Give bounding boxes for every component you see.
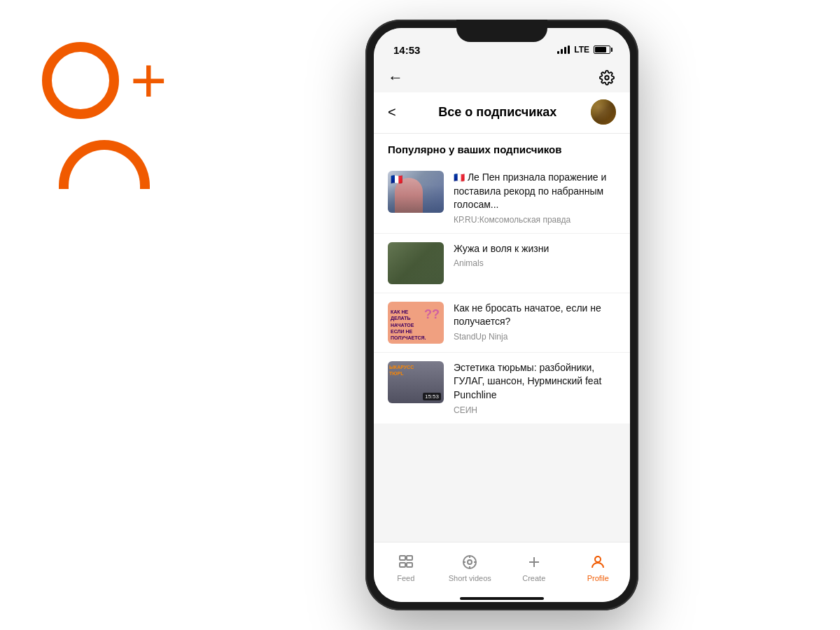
svg-rect-2 xyxy=(407,556,412,560)
back-button[interactable]: ← xyxy=(388,69,403,87)
item-info-1: 🇫🇷 Ле Пен признала поражение и поставила… xyxy=(454,171,616,225)
status-icons: LTE xyxy=(557,45,610,55)
nav-item-profile[interactable]: Profile xyxy=(566,553,631,582)
thumbnail-3: КАК НЕДЕЛАТЬНАЧАТОЕЕСЛИ НЕПОЛУЧАЕТСЯ. xyxy=(388,302,444,344)
page-header: < Все о подписчиках xyxy=(374,92,630,134)
list-item[interactable]: КАК НЕДЕЛАТЬНАЧАТОЕЕСЛИ НЕПОЛУЧАЕТСЯ. Ка… xyxy=(374,293,630,353)
item-info-2: Жужа и воля к жизни Animals xyxy=(454,242,616,269)
logo-top: + xyxy=(42,42,167,119)
profile-icon xyxy=(589,553,607,571)
svg-point-0 xyxy=(605,76,609,80)
section-title: Популярно у ваших подписчиков xyxy=(374,134,630,162)
duration-badge: 15:53 xyxy=(423,393,441,400)
background-logo: + xyxy=(42,42,167,189)
nav-item-create[interactable]: Create xyxy=(502,553,566,582)
phone-frame: 14:53 LTE ← xyxy=(365,20,638,610)
top-navigation: ← xyxy=(374,63,630,92)
content-list: 🇫🇷 Ле Пен признала поражение и поставила… xyxy=(374,162,630,424)
signal-bars-icon xyxy=(557,46,570,54)
feed-icon xyxy=(397,553,415,571)
svg-point-6 xyxy=(468,560,472,564)
status-time: 14:53 xyxy=(393,44,420,56)
thumbnail-2 xyxy=(388,242,444,284)
item-title-4: Эстетика тюрьмы: разбойники, ГУЛАГ, шанс… xyxy=(454,361,616,402)
svg-rect-4 xyxy=(407,563,412,567)
short-videos-label: Short videos xyxy=(449,574,491,582)
thumbnail-4: ЫКАРУССТЮРL 15:53 xyxy=(388,361,444,403)
item-source-3: StandUp Ninja xyxy=(454,332,616,342)
item-title-3: Как не бросать начатое, если не получает… xyxy=(454,302,616,329)
nav-item-short-videos[interactable]: Short videos xyxy=(438,553,503,582)
create-icon xyxy=(525,553,543,571)
phone-mockup: 14:53 LTE ← xyxy=(365,20,638,610)
logo-plus-icon: + xyxy=(130,49,167,112)
create-label: Create xyxy=(522,574,545,582)
battery-icon xyxy=(594,46,610,54)
item-source-1: КР.RU:Комсомольская правда xyxy=(454,215,616,225)
thumbnail-1 xyxy=(388,171,444,213)
lte-label: LTE xyxy=(574,45,589,55)
logo-circle xyxy=(42,42,119,119)
short-videos-icon xyxy=(461,553,479,571)
list-item[interactable]: ЫКАРУССТЮРL 15:53 Эстетика тюрьмы: разбо… xyxy=(374,353,630,424)
screen-content: < Все о подписчиках Популярно у ваших по… xyxy=(374,92,630,542)
logo-person-icon xyxy=(59,140,150,189)
feed-label: Feed xyxy=(397,574,414,582)
list-item[interactable]: 🇫🇷 Ле Пен признала поражение и поставила… xyxy=(374,162,630,234)
phone-screen: 14:53 LTE ← xyxy=(374,28,630,602)
page-back-button[interactable]: < xyxy=(388,104,396,120)
item-info-4: Эстетика тюрьмы: разбойники, ГУЛАГ, шанс… xyxy=(454,361,616,415)
item-title-1: 🇫🇷 Ле Пен признала поражение и поставила… xyxy=(454,171,616,212)
settings-button[interactable] xyxy=(598,69,616,87)
profile-label: Profile xyxy=(587,574,609,582)
item-title-2: Жужа и воля к жизни xyxy=(454,242,616,256)
bottom-navigation: Feed Short videos xyxy=(374,542,630,598)
item-source-4: СЕИН xyxy=(454,405,616,415)
svg-rect-1 xyxy=(400,556,405,560)
page-title: Все о подписчиках xyxy=(405,105,591,120)
avatar-image xyxy=(591,99,616,125)
item-source-2: Animals xyxy=(454,258,616,268)
list-item[interactable]: Жужа и воля к жизни Animals xyxy=(374,234,630,293)
nav-item-feed[interactable]: Feed xyxy=(374,553,438,582)
user-avatar[interactable] xyxy=(591,99,616,125)
svg-rect-3 xyxy=(400,563,405,567)
item-info-3: Как не бросать начатое, если не получает… xyxy=(454,302,616,342)
svg-point-9 xyxy=(595,556,601,562)
phone-notch xyxy=(456,20,547,42)
home-indicator xyxy=(374,598,630,602)
